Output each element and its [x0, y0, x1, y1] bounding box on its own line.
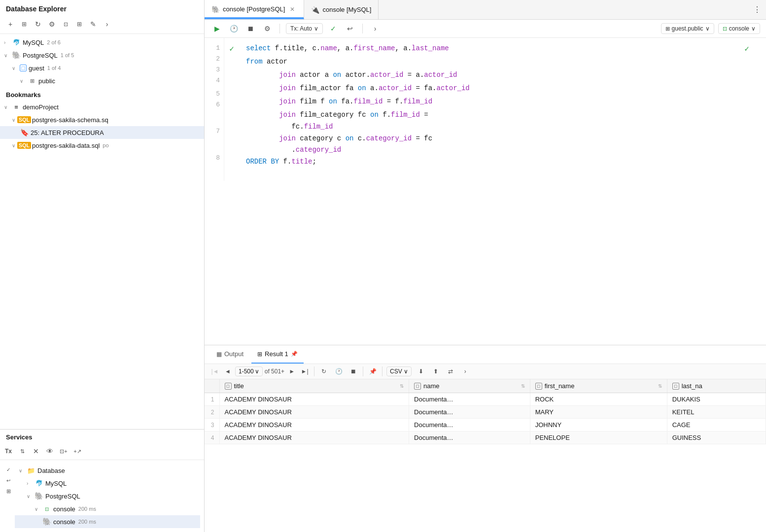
tab-mysql-console[interactable]: 🔌 console [MySQL]: [304, 0, 379, 19]
add-icon[interactable]: +: [5, 19, 16, 30]
col-icon-title: □: [225, 383, 232, 390]
tree-item-schema-sql[interactable]: ∨ SQL postgres-sakila-schema.sq: [0, 113, 204, 126]
next-page-button[interactable]: ►: [286, 366, 297, 377]
eye-icon[interactable]: 👁: [44, 446, 55, 457]
expand-icon[interactable]: ›: [102, 19, 112, 30]
grid-icon[interactable]: ⊞: [74, 19, 85, 30]
services-side-buttons: ✓ ↩ ⊞: [4, 464, 13, 496]
first-page-button[interactable]: |◄: [209, 366, 220, 377]
line-indicator-7: [226, 136, 237, 163]
jump-button[interactable]: ›: [369, 22, 382, 35]
tab-more-button[interactable]: ⋮: [748, 5, 766, 14]
add-services-icon[interactable]: +↗: [72, 446, 83, 457]
tree-item-public[interactable]: ∨ ⊞ public: [0, 74, 204, 87]
settings-icon[interactable]: ⚙: [46, 19, 57, 30]
app-container: Database Explorer + ⊞ ↻ ⚙ ⊡ ⊞ ✎ › › 🐬 My…: [0, 0, 766, 532]
history-results-button[interactable]: 🕐: [333, 366, 344, 377]
schema-label: guest.public: [672, 25, 703, 32]
stop-button[interactable]: ⏹: [244, 22, 257, 35]
col-name-text: name: [423, 382, 440, 390]
last-page-button[interactable]: ►|: [299, 366, 310, 377]
row-3-first-name: JOHNNY: [530, 419, 667, 432]
csv-selector[interactable]: CSV ∨: [386, 366, 412, 376]
editor-settings-button[interactable]: ⚙: [261, 22, 274, 35]
code-editor[interactable]: 1 2 3 4 5 6 7 8 ✓: [205, 38, 766, 345]
tab-pg-icon: 🐘: [211, 5, 220, 13]
history-button[interactable]: 🕐: [227, 22, 240, 35]
tree-item-guest[interactable]: ∨ □ guest 1 of 4: [0, 62, 204, 74]
sort-icon-first-name[interactable]: ⇅: [658, 383, 662, 389]
mysql-badge: 2 of 6: [47, 39, 61, 45]
console-dropdown-icon: ∨: [751, 25, 756, 32]
page-range-text: 1-500: [239, 368, 254, 375]
tab-output[interactable]: ▦ Output: [210, 345, 249, 364]
code-line-6: join film_category fc on f.film_id = fc.…: [246, 109, 759, 133]
edit-icon[interactable]: ✎: [88, 19, 99, 30]
up-down-icon[interactable]: ⇅: [17, 446, 28, 457]
results-tabs: ▦ Output ⊞ Result 1 📌: [205, 345, 766, 364]
run-button[interactable]: ▶: [210, 22, 223, 35]
tree-item-bookmark-25[interactable]: 🔖 25: ALTER PROCEDURA: [0, 126, 204, 139]
compare-button[interactable]: ⇄: [445, 366, 456, 377]
sql-file-icon: SQL: [20, 115, 29, 124]
tab-close-pg[interactable]: ✕: [288, 5, 297, 14]
tx-selector[interactable]: Tx: Auto ∨: [286, 23, 323, 34]
rollback-button[interactable]: ↩: [344, 22, 356, 35]
table-row[interactable]: 2 ACADEMY DINOSAUR Documenta… MARY KEITE…: [205, 406, 766, 419]
sort-icon-title[interactable]: ⇅: [400, 383, 404, 389]
schema-selector[interactable]: ⊞ guest.public ∨: [661, 23, 714, 34]
row-num-1: 1: [205, 393, 219, 406]
download-button[interactable]: ⬇: [416, 366, 426, 377]
tree-item-services-console-pg[interactable]: ∨ ⊡ console 200 ms: [15, 502, 200, 515]
prev-page-button[interactable]: ◄: [222, 366, 233, 377]
close-icon[interactable]: ✕: [31, 446, 41, 457]
col-header-title[interactable]: □ title ⇅: [219, 379, 409, 393]
database-folder-label: Database: [37, 467, 65, 474]
tree-item-services-console-pg-sub[interactable]: 🐘 console 200 ms: [15, 515, 200, 528]
stop-results-button[interactable]: ⏹: [348, 366, 359, 377]
code-content: select f.title, c.name, a.first_name, a.…: [239, 38, 766, 181]
pin-results-button[interactable]: 📌: [367, 366, 378, 377]
schema-sql-label: postgres-sakila-schema.sq: [32, 116, 108, 124]
tree-item-database-folder[interactable]: ∨ 📁 Database: [15, 464, 200, 477]
pg-badge: 1 of 5: [61, 52, 74, 58]
public-label: public: [38, 77, 55, 85]
tab-result-1[interactable]: ⊞ Result 1 📌: [251, 345, 304, 364]
tree-item-services-mysql[interactable]: › 🐬 MySQL: [15, 477, 200, 490]
check-services-icon[interactable]: ✓: [4, 465, 13, 474]
schema-icon: ⊞: [28, 76, 36, 85]
table-row[interactable]: 4 ACADEMY DINOSAUR Documenta… PENELOPE G…: [205, 432, 766, 444]
results-divider-1: [314, 366, 314, 376]
commit-button[interactable]: ✓: [327, 22, 340, 35]
col-header-first-name[interactable]: □ first_name ⇅: [530, 379, 667, 393]
tree-item-demo-project[interactable]: ∨ ≡ demoProject: [0, 100, 204, 113]
console-pg-arrow: ∨: [35, 506, 42, 512]
tree-item-data-sql[interactable]: ∨ SQL postgres-sakila-data.sql po: [0, 139, 204, 152]
refresh-icon[interactable]: ↻: [33, 19, 43, 30]
result-1-label: Result 1: [265, 350, 288, 358]
grid-services-icon[interactable]: ⊞: [4, 487, 13, 496]
table-header-row: □ title ⇅ □ name ⇅: [205, 379, 766, 393]
console-selector[interactable]: ⊡ console ∨: [718, 23, 760, 34]
upload-button[interactable]: ⬆: [430, 366, 441, 377]
tab-postgresql-console[interactable]: 🐘 console [PostgreSQL] ✕: [205, 0, 304, 19]
results-divider-2: [363, 366, 363, 376]
tree-item-mysql[interactable]: › 🐬 MySQL 2 of 6: [0, 36, 204, 49]
more-results-button[interactable]: ›: [460, 366, 471, 377]
refresh-results-button[interactable]: ↻: [318, 366, 329, 377]
copy-icon[interactable]: ⊞: [19, 19, 30, 30]
tree-item-services-pg[interactable]: ∨ 🐘 PostgreSQL: [15, 490, 200, 502]
view-icon[interactable]: ⊡: [60, 19, 71, 30]
sidebar: Database Explorer + ⊞ ↻ ⚙ ⊡ ⊞ ✎ › › 🐬 My…: [0, 0, 205, 532]
col-header-name[interactable]: □ name ⇅: [409, 379, 530, 393]
csv-label: CSV: [390, 368, 402, 375]
page-range-selector[interactable]: 1-500 ∨: [235, 366, 263, 376]
undo-services-icon[interactable]: ↩: [4, 476, 13, 485]
sql-file-icon-2: SQL: [20, 141, 29, 150]
tree-item-postgresql[interactable]: ∨ 🐘 PostgreSQL 1 of 5: [0, 49, 204, 62]
col-header-last-name[interactable]: □ last_na: [667, 379, 766, 393]
sort-icon-name[interactable]: ⇅: [521, 383, 525, 389]
new-console-icon[interactable]: ⊡+: [58, 446, 69, 457]
table-row[interactable]: 3 ACADEMY DINOSAUR Documenta… JOHNNY CAG…: [205, 419, 766, 432]
table-row[interactable]: 1 ACADEMY DINOSAUR Documenta… ROCK DUKAK…: [205, 393, 766, 406]
